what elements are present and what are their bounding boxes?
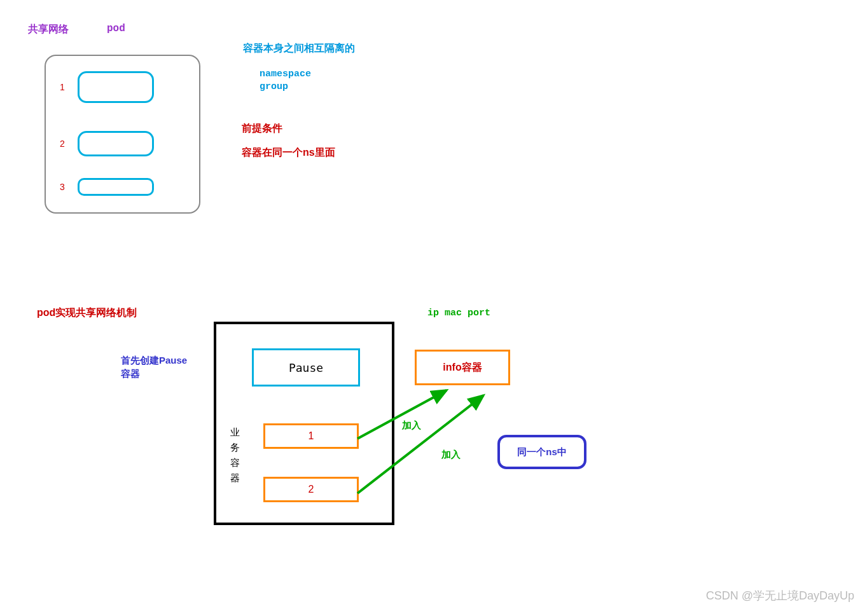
pod-mechanism-box: Pause 业 务 容 器 1 2 <box>214 322 394 525</box>
isolation-text: 容器本身之间相互隔离的 <box>243 42 355 55</box>
join-label-2: 加入 <box>441 449 461 461</box>
pause-box-label: Pause <box>289 361 323 374</box>
container-pill-1 <box>78 71 154 103</box>
biz-container-2: 2 <box>263 477 359 502</box>
pod-item-row-3: 3 <box>60 178 154 196</box>
biz-char-2: 务 <box>230 440 240 455</box>
pod-item-num-2: 2 <box>60 139 65 149</box>
namespace-label: namespace <box>260 69 311 79</box>
pause-note-line2: 容器 <box>121 367 187 380</box>
biz-char-3: 容 <box>230 455 240 470</box>
biz-char-1: 业 <box>230 425 240 440</box>
pause-note-line1: 首先创建Pause <box>121 353 187 367</box>
watermark: CSDN @学无止境DayDayUp <box>706 588 854 603</box>
container-pill-3 <box>78 178 154 196</box>
biz-container-1: 1 <box>263 423 359 449</box>
pause-note: 首先创建Pause 容器 <box>121 353 187 380</box>
pod-item-num-1: 1 <box>60 82 65 92</box>
same-ns-label: 同一个ns中 <box>517 446 567 458</box>
info-label: info容器 <box>443 361 482 374</box>
pause-container-box: Pause <box>252 348 360 387</box>
join-label-1: 加入 <box>402 420 421 432</box>
group-label: group <box>260 81 288 92</box>
pod-title: pod <box>107 23 125 34</box>
biz-char-4: 器 <box>230 470 240 486</box>
biz-container-label: 业 务 容 器 <box>230 425 240 486</box>
pod-item-row-2: 2 <box>60 131 154 156</box>
same-ns-text: 容器在同一个ns里面 <box>242 146 335 160</box>
mechanism-label: pod实现共享网络机制 <box>37 306 137 320</box>
info-container-box: info容器 <box>415 350 510 385</box>
precondition-label: 前提条件 <box>242 122 282 135</box>
container-pill-2 <box>78 131 154 156</box>
pod-container-box: 1 2 3 <box>45 55 200 214</box>
biz-1-label: 1 <box>309 430 314 442</box>
shared-network-title: 共享网络 <box>28 23 69 36</box>
pod-item-num-3: 3 <box>60 182 65 192</box>
biz-2-label: 2 <box>309 484 314 495</box>
pod-item-row-1: 1 <box>60 71 154 103</box>
info-attrs: ip mac port <box>427 308 490 318</box>
same-ns-box: 同一个ns中 <box>497 435 586 469</box>
